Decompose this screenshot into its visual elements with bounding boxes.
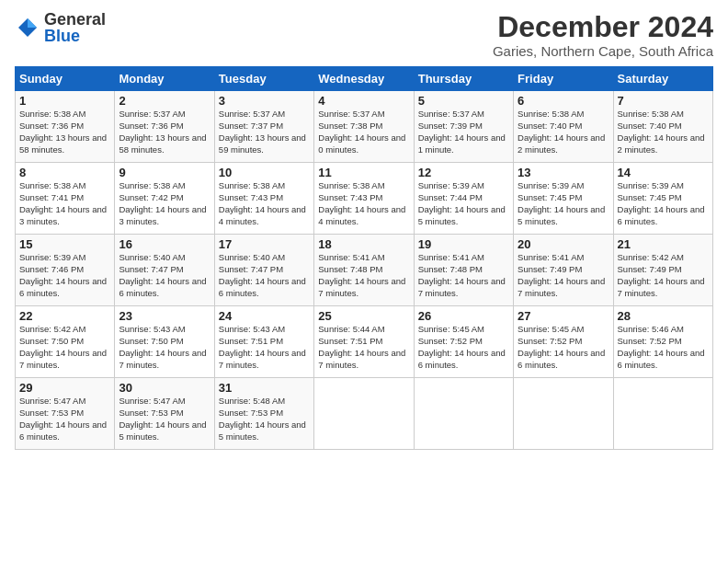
- day-number: 9: [119, 166, 210, 179]
- day-number: 7: [618, 94, 709, 108]
- calendar-cell: 7Sunrise: 5:38 AM Sunset: 7:40 PM Daylig…: [613, 91, 712, 163]
- calendar-cell: 3Sunrise: 5:37 AM Sunset: 7:37 PM Daylig…: [214, 91, 313, 163]
- calendar-cell: 13Sunrise: 5:39 AM Sunset: 7:45 PM Dayli…: [514, 163, 613, 235]
- day-number: 8: [19, 166, 110, 179]
- calendar-cell: [613, 378, 712, 450]
- day-number: 20: [518, 237, 609, 251]
- calendar-cell: 29Sunrise: 5:47 AM Sunset: 7:53 PM Dayli…: [16, 378, 115, 450]
- cell-info: Sunrise: 5:41 AM Sunset: 7:48 PM Dayligh…: [418, 252, 509, 299]
- calendar-cell: 14Sunrise: 5:39 AM Sunset: 7:45 PM Dayli…: [613, 163, 712, 235]
- cell-info: Sunrise: 5:38 AM Sunset: 7:43 PM Dayligh…: [318, 180, 409, 227]
- calendar-cell: 31Sunrise: 5:48 AM Sunset: 7:53 PM Dayli…: [214, 378, 313, 450]
- day-number: 6: [518, 94, 609, 108]
- calendar-cell: 19Sunrise: 5:41 AM Sunset: 7:48 PM Dayli…: [414, 235, 513, 306]
- calendar-cell: 9Sunrise: 5:38 AM Sunset: 7:42 PM Daylig…: [115, 163, 214, 235]
- calendar-cell: 17Sunrise: 5:40 AM Sunset: 7:47 PM Dayli…: [214, 235, 313, 306]
- calendar-cell: 25Sunrise: 5:44 AM Sunset: 7:51 PM Dayli…: [314, 306, 414, 378]
- calendar-cell: [514, 378, 613, 450]
- cell-info: Sunrise: 5:38 AM Sunset: 7:36 PM Dayligh…: [19, 109, 110, 155]
- calendar-cell: 11Sunrise: 5:38 AM Sunset: 7:43 PM Dayli…: [314, 163, 414, 235]
- cell-info: Sunrise: 5:40 AM Sunset: 7:47 PM Dayligh…: [119, 252, 210, 299]
- logo-blue: Blue: [44, 27, 80, 45]
- calendar-title: December 2024: [493, 11, 713, 43]
- cell-info: Sunrise: 5:42 AM Sunset: 7:49 PM Dayligh…: [618, 252, 709, 299]
- cell-info: Sunrise: 5:47 AM Sunset: 7:53 PM Dayligh…: [119, 396, 210, 442]
- cell-info: Sunrise: 5:37 AM Sunset: 7:36 PM Dayligh…: [119, 109, 210, 155]
- day-number: 28: [618, 309, 709, 323]
- cell-info: Sunrise: 5:41 AM Sunset: 7:48 PM Dayligh…: [318, 252, 409, 299]
- day-number: 17: [219, 237, 310, 251]
- day-number: 18: [318, 237, 409, 251]
- header-saturday: Saturday: [613, 67, 712, 91]
- calendar-cell: 22Sunrise: 5:42 AM Sunset: 7:50 PM Dayli…: [16, 306, 115, 378]
- logo-icon: [15, 15, 40, 40]
- cell-info: Sunrise: 5:37 AM Sunset: 7:39 PM Dayligh…: [418, 109, 509, 155]
- calendar-location: Garies, Northern Cape, South Africa: [493, 43, 713, 59]
- page: General Blue December 2024 Garies, North…: [0, 0, 728, 459]
- calendar-cell: [314, 378, 414, 450]
- day-number: 14: [618, 166, 709, 179]
- cell-info: Sunrise: 5:37 AM Sunset: 7:37 PM Dayligh…: [219, 109, 310, 155]
- calendar-cell: [414, 378, 513, 450]
- day-number: 30: [119, 381, 210, 395]
- day-number: 11: [318, 166, 409, 179]
- day-number: 10: [219, 166, 310, 179]
- calendar-cell: 23Sunrise: 5:43 AM Sunset: 7:50 PM Dayli…: [115, 306, 214, 378]
- day-number: 29: [19, 381, 110, 395]
- calendar-cell: 21Sunrise: 5:42 AM Sunset: 7:49 PM Dayli…: [613, 235, 712, 306]
- day-number: 22: [19, 309, 110, 323]
- day-number: 12: [418, 166, 509, 179]
- header-sunday: Sunday: [16, 67, 115, 91]
- header: General Blue December 2024 Garies, North…: [15, 11, 713, 59]
- svg-marker-1: [28, 18, 37, 28]
- calendar-cell: 28Sunrise: 5:46 AM Sunset: 7:52 PM Dayli…: [613, 306, 712, 378]
- cell-info: Sunrise: 5:38 AM Sunset: 7:40 PM Dayligh…: [518, 109, 609, 155]
- day-number: 15: [19, 237, 110, 251]
- cell-info: Sunrise: 5:38 AM Sunset: 7:40 PM Dayligh…: [618, 109, 709, 155]
- cell-info: Sunrise: 5:41 AM Sunset: 7:49 PM Dayligh…: [518, 252, 609, 299]
- cell-info: Sunrise: 5:46 AM Sunset: 7:52 PM Dayligh…: [618, 324, 709, 371]
- calendar-cell: 30Sunrise: 5:47 AM Sunset: 7:53 PM Dayli…: [115, 378, 214, 450]
- cell-info: Sunrise: 5:38 AM Sunset: 7:42 PM Dayligh…: [119, 180, 210, 227]
- cell-info: Sunrise: 5:43 AM Sunset: 7:50 PM Dayligh…: [119, 324, 210, 371]
- calendar-row: 8Sunrise: 5:38 AM Sunset: 7:41 PM Daylig…: [16, 163, 713, 235]
- day-number: 4: [318, 94, 409, 108]
- day-number: 24: [219, 309, 310, 323]
- cell-info: Sunrise: 5:44 AM Sunset: 7:51 PM Dayligh…: [318, 324, 409, 371]
- cell-info: Sunrise: 5:40 AM Sunset: 7:47 PM Dayligh…: [219, 252, 310, 299]
- day-number: 25: [318, 309, 409, 323]
- calendar-cell: 24Sunrise: 5:43 AM Sunset: 7:51 PM Dayli…: [214, 306, 313, 378]
- calendar-table: Sunday Monday Tuesday Wednesday Thursday…: [15, 66, 713, 450]
- cell-info: Sunrise: 5:48 AM Sunset: 7:53 PM Dayligh…: [219, 396, 310, 442]
- calendar-row: 1Sunrise: 5:38 AM Sunset: 7:36 PM Daylig…: [16, 91, 713, 163]
- day-number: 23: [119, 309, 210, 323]
- day-number: 21: [618, 237, 709, 251]
- day-number: 19: [418, 237, 509, 251]
- header-monday: Monday: [115, 67, 214, 91]
- day-number: 1: [19, 94, 110, 108]
- calendar-cell: 5Sunrise: 5:37 AM Sunset: 7:39 PM Daylig…: [414, 91, 513, 163]
- cell-info: Sunrise: 5:38 AM Sunset: 7:41 PM Dayligh…: [19, 180, 110, 227]
- day-number: 13: [518, 166, 609, 179]
- header-thursday: Thursday: [414, 67, 513, 91]
- cell-info: Sunrise: 5:39 AM Sunset: 7:45 PM Dayligh…: [518, 180, 609, 227]
- cell-info: Sunrise: 5:45 AM Sunset: 7:52 PM Dayligh…: [418, 324, 509, 371]
- day-number: 31: [219, 381, 310, 395]
- header-wednesday: Wednesday: [314, 67, 414, 91]
- cell-info: Sunrise: 5:39 AM Sunset: 7:46 PM Dayligh…: [19, 252, 110, 299]
- header-friday: Friday: [514, 67, 613, 91]
- calendar-cell: 18Sunrise: 5:41 AM Sunset: 7:48 PM Dayli…: [314, 235, 414, 306]
- calendar-row: 29Sunrise: 5:47 AM Sunset: 7:53 PM Dayli…: [16, 378, 713, 450]
- calendar-cell: 4Sunrise: 5:37 AM Sunset: 7:38 PM Daylig…: [314, 91, 414, 163]
- calendar-cell: 15Sunrise: 5:39 AM Sunset: 7:46 PM Dayli…: [16, 235, 115, 306]
- cell-info: Sunrise: 5:38 AM Sunset: 7:43 PM Dayligh…: [219, 180, 310, 227]
- calendar-cell: 8Sunrise: 5:38 AM Sunset: 7:41 PM Daylig…: [16, 163, 115, 235]
- calendar-cell: 12Sunrise: 5:39 AM Sunset: 7:44 PM Dayli…: [414, 163, 513, 235]
- logo-general: General: [44, 10, 106, 29]
- cell-info: Sunrise: 5:39 AM Sunset: 7:44 PM Dayligh…: [418, 180, 509, 227]
- title-block: December 2024 Garies, Northern Cape, Sou…: [493, 11, 713, 59]
- day-number: 5: [418, 94, 509, 108]
- cell-info: Sunrise: 5:37 AM Sunset: 7:38 PM Dayligh…: [318, 109, 409, 155]
- calendar-row: 22Sunrise: 5:42 AM Sunset: 7:50 PM Dayli…: [16, 306, 713, 378]
- calendar-row: 15Sunrise: 5:39 AM Sunset: 7:46 PM Dayli…: [16, 235, 713, 306]
